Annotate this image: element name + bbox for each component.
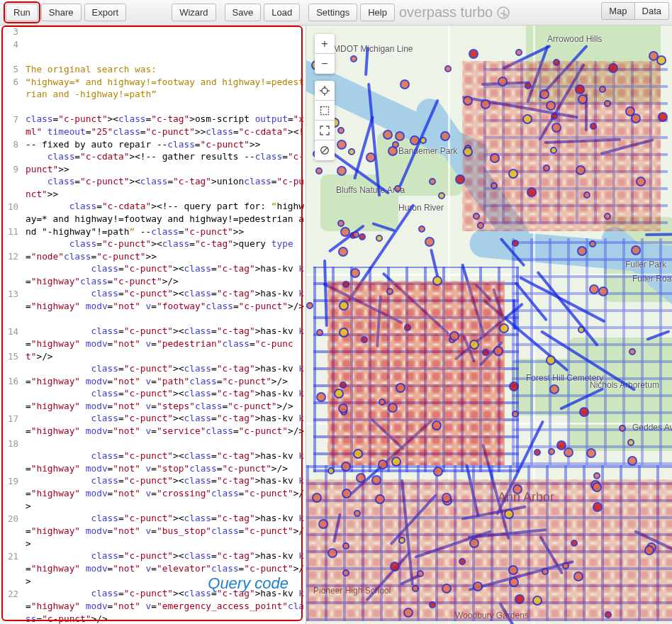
overlay-node (627, 456, 637, 466)
map-place-label: Huron River (398, 203, 444, 213)
overlay-node (604, 213, 611, 220)
tab-map[interactable]: Map (601, 2, 634, 20)
overlay-node (338, 403, 348, 413)
overlay-node (337, 140, 347, 150)
overlay-node (627, 439, 634, 446)
export-button[interactable]: Export (84, 4, 127, 21)
overlay-node (515, 594, 525, 604)
overlay-node (361, 336, 368, 343)
query-editor[interactable]: Query code 34567891011121314151617181920… (0, 26, 306, 624)
overlay-node (327, 548, 337, 558)
overlay-node (337, 127, 345, 134)
app-title: overpass turbo (399, 4, 510, 21)
overlay-node (598, 286, 608, 296)
zoom-in-button[interactable]: + (315, 34, 335, 54)
view-switcher: Map Data (601, 2, 669, 20)
overlay-node (366, 152, 376, 162)
overlay-node (417, 570, 424, 577)
overlay-node (418, 225, 425, 233)
overlay-node (491, 182, 498, 189)
toolbar: Run Share Export Wizard Save Load Settin… (0, 0, 672, 26)
load-button[interactable]: Load (264, 4, 300, 21)
overlay-node (577, 246, 587, 256)
zoom-out-button[interactable]: − (315, 54, 335, 74)
overlay-node (440, 131, 450, 141)
overlay-node (455, 174, 465, 184)
overlay-node (469, 538, 479, 548)
overlay-node (573, 572, 583, 581)
svg-rect-5 (321, 106, 329, 114)
overlay-node (490, 153, 500, 163)
overlay-node (578, 94, 588, 104)
tab-data[interactable]: Data (635, 2, 669, 20)
overlay-node (459, 558, 466, 565)
wizard-button[interactable]: Wizard (172, 4, 215, 21)
overlay-node (342, 281, 349, 288)
overlay-node (508, 565, 518, 575)
overlay-node (410, 135, 420, 145)
overlay-node (429, 178, 436, 185)
overlay-node (551, 123, 561, 133)
overlay-node (532, 596, 542, 606)
select-area-icon (320, 106, 330, 116)
overlay-nodes (462, 61, 661, 231)
overlay-node (371, 475, 381, 485)
overlay-node (353, 449, 363, 459)
overlay-node (543, 165, 550, 172)
map[interactable]: Arrowood HillsMDOT Michigan LineBandemer… (306, 26, 672, 624)
overlay-node (589, 240, 596, 247)
overlay-node (631, 245, 641, 255)
locate-button[interactable] (315, 81, 335, 101)
bbox-button[interactable] (315, 101, 335, 121)
overlay-node (512, 240, 519, 247)
help-button[interactable]: Help (360, 4, 395, 21)
overlay-node (548, 448, 555, 455)
clear-button[interactable] (315, 140, 335, 160)
overlay-node (433, 467, 443, 477)
overlay-node (658, 112, 668, 122)
expand-icon (320, 126, 330, 135)
overlay-node (342, 489, 352, 498)
overlay-node (539, 89, 549, 99)
overlay-node (342, 542, 349, 550)
overlay-node (509, 577, 519, 587)
overlay-node (390, 562, 400, 572)
overlay-node (493, 346, 503, 356)
overlay-node (449, 331, 459, 341)
overlay-node (339, 301, 349, 311)
run-button[interactable]: Run (6, 4, 38, 21)
overlay-node (432, 420, 442, 430)
settings-button[interactable]: Settings (308, 4, 357, 21)
annotation-query-code-label: Query code (208, 574, 289, 593)
map-place-label: Arrowood Hills (547, 34, 602, 44)
overlay-node (562, 562, 569, 569)
overlay-node (398, 537, 405, 544)
overlay-node (391, 457, 401, 467)
crosshair-icon (320, 86, 330, 96)
map-controls: + − (315, 34, 335, 167)
map-place-label: MDOT Michigan Line (333, 44, 413, 54)
overlay-nodes (306, 479, 672, 621)
overlay-node (394, 185, 401, 192)
fullscreen-button[interactable] (315, 121, 335, 140)
overlay-node (534, 449, 541, 456)
overlay-node (473, 213, 480, 220)
overlay-node (404, 324, 411, 331)
overlay-node (575, 84, 585, 94)
overlay-node (608, 63, 618, 73)
overlay-node (599, 86, 606, 93)
overlay-node (359, 233, 366, 240)
overlay-node (512, 411, 519, 418)
overlay-node (463, 96, 473, 106)
map-place-label: Bandemer Park (398, 146, 457, 156)
overlay-node (564, 447, 573, 457)
turbo-icon (497, 6, 510, 19)
save-button[interactable]: Save (225, 4, 262, 21)
code-content: The original search was:“highway=* and h… (26, 63, 306, 624)
overlay-node (444, 65, 452, 72)
overlay-node (340, 381, 347, 389)
share-button[interactable]: Share (41, 4, 82, 21)
svg-point-0 (322, 88, 327, 94)
overlay-node (593, 502, 603, 512)
overlay-node (375, 494, 385, 504)
